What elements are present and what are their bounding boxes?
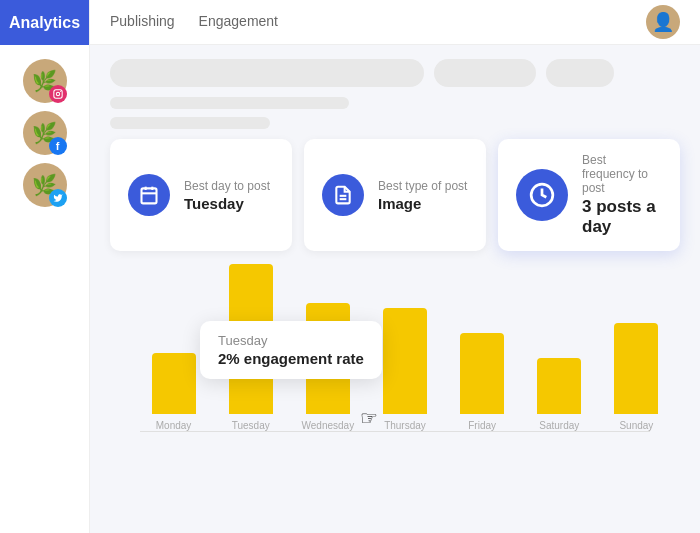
facebook-badge: f: [49, 137, 67, 155]
account-instagram[interactable]: 🌿: [23, 59, 67, 103]
clock-icon: [516, 169, 568, 221]
cursor-icon: ☞: [360, 406, 378, 430]
chart-container: Tuesday 2% engagement rate MondayTuesday…: [110, 261, 680, 471]
tab-publishing[interactable]: Publishing: [110, 9, 175, 35]
sidebar: Analytics 🌿 🌿 f: [0, 0, 90, 533]
best-day-label: Best day to post: [184, 179, 270, 193]
svg-point-1: [56, 92, 59, 95]
insight-text-best-type: Best type of post Image: [378, 179, 467, 212]
tooltip-stat: 2% engagement rate: [218, 350, 364, 367]
chart-tooltip: Tuesday 2% engagement rate: [200, 321, 382, 379]
best-type-value: Image: [378, 195, 467, 212]
content-area: Best day to post Tuesday Best type of po…: [90, 45, 700, 533]
bar-label-friday: Friday: [468, 420, 496, 431]
svg-rect-3: [142, 188, 157, 203]
tab-engagement[interactable]: Engagement: [199, 9, 278, 35]
nav-tabs: Publishing Engagement: [110, 9, 278, 35]
insight-card-best-type: Best type of post Image: [304, 139, 486, 251]
svg-rect-0: [53, 90, 61, 98]
skeleton-filter-1: [110, 59, 424, 87]
bar-label-wednesday: Wednesday: [302, 420, 355, 431]
account-list: 🌿 🌿 f 🌿: [23, 45, 67, 221]
sidebar-title: Analytics: [0, 0, 89, 45]
bar-group-friday: Friday: [449, 333, 516, 431]
insight-cards: Best day to post Tuesday Best type of po…: [110, 139, 680, 251]
bar-label-saturday: Saturday: [539, 420, 579, 431]
skeleton-filter-3: [546, 59, 614, 87]
chart-section: Tuesday 2% engagement rate MondayTuesday…: [110, 261, 680, 471]
account-facebook[interactable]: 🌿 f: [23, 111, 67, 155]
skeleton-line-1: [110, 97, 349, 109]
insight-text-best-frequency: Best frequency to post 3 posts a day: [582, 153, 662, 237]
bar-label-thursday: Thursday: [384, 420, 426, 431]
main-content: Publishing Engagement 👤: [90, 0, 700, 533]
skeleton-lines: [110, 97, 680, 129]
best-type-label: Best type of post: [378, 179, 467, 193]
bar-monday: [152, 353, 196, 414]
bar-group-saturday: Saturday: [526, 358, 593, 431]
insight-text-best-day: Best day to post Tuesday: [184, 179, 270, 212]
best-day-value: Tuesday: [184, 195, 270, 212]
bar-label-tuesday: Tuesday: [232, 420, 270, 431]
best-freq-label: Best frequency to post: [582, 153, 662, 195]
twitter-badge: [49, 189, 67, 207]
top-nav: Publishing Engagement 👤: [90, 0, 700, 45]
svg-point-2: [60, 91, 61, 92]
best-freq-value: 3 posts a day: [582, 197, 662, 237]
bar-label-sunday: Sunday: [619, 420, 653, 431]
skeleton-line-2: [110, 117, 270, 129]
bars-area: MondayTuesdayWednesdayThursdayFridaySatu…: [110, 261, 680, 431]
instagram-badge: [49, 85, 67, 103]
document-icon: [322, 174, 364, 216]
account-twitter[interactable]: 🌿: [23, 163, 67, 207]
calendar-icon: [128, 174, 170, 216]
insight-card-best-day: Best day to post Tuesday: [110, 139, 292, 251]
bar-saturday: [537, 358, 581, 414]
tooltip-day: Tuesday: [218, 333, 364, 348]
skeleton-filter-row: [110, 59, 680, 87]
bar-group-monday: Monday: [140, 353, 207, 431]
skeleton-filter-2: [434, 59, 537, 87]
bar-friday: [460, 333, 504, 414]
user-avatar[interactable]: 👤: [646, 5, 680, 39]
chart-axis: [140, 431, 650, 432]
insight-card-best-frequency: Best frequency to post 3 posts a day: [498, 139, 680, 251]
bar-thursday: [383, 308, 427, 414]
bar-group-sunday: Sunday: [603, 323, 670, 431]
bar-label-monday: Monday: [156, 420, 192, 431]
bar-sunday: [614, 323, 658, 414]
